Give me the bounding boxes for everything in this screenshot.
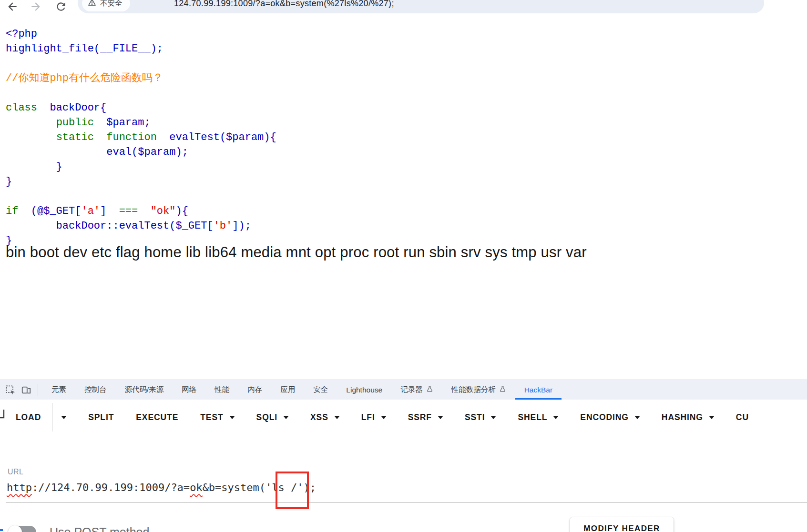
hashing-button[interactable]: HASHING [662,403,714,432]
device-toolbar-icon[interactable] [21,385,31,395]
button-label: TEST [200,412,223,422]
back-icon[interactable] [6,0,19,13]
devtools-tab-label: 元素 [51,385,66,395]
button-label: SSRF [408,412,432,422]
devtools-tab-元素[interactable]: 元素 [42,380,75,400]
devtools-tab-label: 控制台 [84,385,107,395]
devtools-tab-应用[interactable]: 应用 [271,380,304,400]
command-output-text: bin boot dev etc flag home lib lib64 med… [6,244,587,261]
devtools-tab-label: 应用 [280,385,295,395]
php-code-line: backDoor::evalTest($_GET['b']); [6,219,276,233]
php-code-line: } [6,174,276,189]
url-segment: ://124.70.99.199:1009/?a= [32,482,190,493]
cu-button[interactable]: CU [736,403,749,432]
button-label: HASHING [662,412,703,422]
php-code-line [6,56,276,71]
button-label: SQLI [256,412,277,422]
button-label: SPLIT [88,412,114,422]
php-source-code: <?phphighlight_file(__FILE__); //你知道php有… [6,27,276,248]
test-button[interactable]: TEST [200,403,234,432]
devtools-tab-HackBar[interactable]: HackBar [515,380,562,400]
ssti-button[interactable]: SSTI [465,403,496,432]
php-code-line: <?php [6,27,276,41]
post-method-toggle[interactable] [9,526,36,532]
devtools-tab-label: HackBar [524,386,552,394]
shell-button[interactable]: SHELL [518,403,558,432]
chevron-down-icon [709,416,714,419]
devtools-tab-性能[interactable]: 性能 [205,380,238,400]
devtools-tabbar: 元素控制台源代码/来源网络性能内存应用安全Lighthouse记录器性能数据分析… [0,380,807,400]
button-label: SSTI [465,412,485,422]
forward-icon[interactable] [30,0,42,13]
red-annotation-box [276,472,309,509]
devtools-tab-label: 源代码/来源 [125,385,164,395]
toggle-knob [8,525,22,532]
chevron-down-icon [230,416,235,419]
sqli-button[interactable]: SQLI [256,403,288,432]
php-code-line: public $param; [6,115,276,130]
chevron-down-icon [438,416,443,419]
flask-icon [496,385,506,394]
reload-icon[interactable] [55,0,67,13]
split-divider [52,403,53,432]
ssrf-button[interactable]: SSRF [408,403,443,432]
php-code-line: } [6,160,276,174]
chevron-down-icon [335,416,339,419]
devtools-tab-label: 内存 [247,385,262,395]
screenshot-root: 不安全 124.70.99.199:1009/?a=ok&b=system(%2… [0,0,807,532]
browser-toolbar: 不安全 124.70.99.199:1009/?a=ok&b=system(%2… [0,0,807,15]
inspect-element-icon[interactable] [5,385,16,395]
php-code-line: eval($param); [6,145,276,160]
button-label: SHELL [518,412,547,422]
split-button[interactable]: SPLIT [88,403,114,432]
devtools-tab-label: 记录器 [400,385,423,395]
devtools-tab-Lighthouse[interactable]: Lighthouse [337,380,391,400]
encoding-button[interactable]: ENCODING [580,403,640,432]
load-button[interactable]: LOAD [16,403,66,432]
url-field-label: URL [8,468,23,476]
devtools-tab-网络[interactable]: 网络 [173,380,205,400]
devtools-tab-性能数据分析[interactable]: 性能数据分析 [442,380,515,400]
devtools-tab-控制台[interactable]: 控制台 [75,380,116,400]
tabbar-divider [38,384,38,396]
button-label: LOAD [16,412,41,422]
chevron-down-icon[interactable] [61,416,66,419]
devtools-tab-label: 性能数据分析 [451,385,496,395]
php-code-line: static function evalTest($param){ [6,130,276,145]
security-chip-label: 不安全 [100,0,123,9]
devtools-tab-label: 性能 [215,385,229,395]
devtools-panel: 元素控制台源代码/来源网络性能内存应用安全Lighthouse记录器性能数据分析… [0,380,807,532]
chevron-down-icon [553,416,558,419]
devtools-tab-安全[interactable]: 安全 [304,380,337,400]
blue-corner-mark [0,529,3,531]
php-code-line [6,189,276,204]
url-input[interactable]: http://124.70.99.199:1009/?a=ok&b=system… [7,482,316,493]
devtools-tab-内存[interactable]: 内存 [238,380,271,400]
hackbar-toolbar: LOADSPLITEXECUTETESTSQLIXSSLFISSRFSSTISH… [16,403,749,432]
lfi-button[interactable]: LFI [361,403,386,432]
post-method-row: Use POST method [9,525,149,532]
url-bar[interactable]: 不安全 124.70.99.199:1009/?a=ok&b=system(%2… [78,0,764,13]
xss-button[interactable]: XSS [310,403,339,432]
devtools-tab-label: 网络 [182,385,196,395]
php-code-line: if (@$_GET['a'] === "ok"){ [6,204,276,219]
clipped-left-icon [0,408,6,423]
devtools-tab-源代码/来源[interactable]: 源代码/来源 [116,380,173,400]
php-code-line [6,86,276,100]
button-label: CU [736,412,749,422]
button-label: ENCODING [580,412,629,422]
chevron-down-icon [284,416,288,419]
devtools-tab-label: 安全 [313,385,328,395]
button-label: EXECUTE [136,412,178,422]
php-code-line: //你知道php有什么危险函数吗？ [6,71,276,86]
devtools-tab-记录器[interactable]: 记录器 [391,380,442,400]
execute-button[interactable]: EXECUTE [136,403,178,432]
url-input-underline [6,502,807,502]
security-chip[interactable]: 不安全 [82,0,130,11]
flask-icon [423,385,433,394]
chevron-down-icon [491,416,496,419]
modify-header-button[interactable]: MODIFY HEADER [570,517,674,532]
omnibox-url-text: 124.70.99.199:1009/?a=ok&b=system(%27ls%… [174,0,394,13]
post-method-label: Use POST method [50,525,149,532]
devtools-tabs: 元素控制台源代码/来源网络性能内存应用安全Lighthouse记录器性能数据分析… [42,380,562,400]
